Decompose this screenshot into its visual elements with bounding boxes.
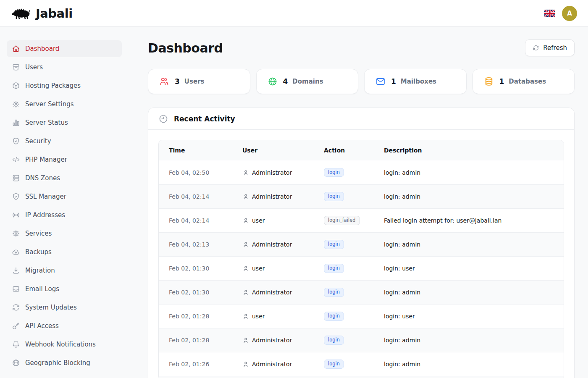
cell-action: login [314,336,374,345]
stat-label: Mailboxes [401,78,436,85]
sidebar-item-label: IP Addresses [25,211,65,219]
globe-icon [268,76,278,87]
cell-description: login: admin [374,241,564,248]
stat-card-mailboxes[interactable]: 1 Mailboxes [364,69,467,94]
sidebar-item-dashboard[interactable]: Dashboard [7,40,122,57]
sidebar-item-backups[interactable]: Backups [7,244,122,260]
stat-card-databases[interactable]: 1 Databases [472,69,575,94]
sidebar-item-ssl-manager[interactable]: SSL Manager [7,188,122,205]
refresh-button-label: Refresh [543,44,567,52]
inbox-icon [12,285,20,293]
page-title: Dashboard [148,41,223,55]
column-header-time: Time [159,147,232,154]
sidebar-item-label: Server Settings [25,100,74,108]
cell-description: Failed login attempt for: user@jabali.la… [374,217,564,224]
key-icon [12,322,20,330]
person-icon [242,217,249,224]
cell-time: Feb 02, 01:28 [159,313,232,320]
sidebar-item-php-manager[interactable]: PHP Manager [7,151,122,168]
brand-name: Jabali [36,6,73,21]
sidebar-item-security[interactable]: Security [7,133,122,150]
cell-action: login [314,360,374,369]
broadcast-icon [12,211,20,219]
shield-check-icon [12,192,20,201]
cell-action: login [314,288,374,297]
cell-description: login: user [374,265,564,272]
table-row: Feb 04, 02:14 Administrator login login:… [159,184,564,208]
brand[interactable]: Jabali [11,6,73,21]
table-row: Feb 04, 02:50 Administrator login login:… [159,160,564,184]
action-badge: login [324,192,344,201]
sidebar-item-hosting-packages[interactable]: Hosting Packages [7,77,122,94]
cell-user: Administrator [232,193,314,200]
user-avatar[interactable]: A [562,6,577,21]
sidebar-item-api-access[interactable]: API Access [7,318,122,334]
table-row: Feb 04, 02:14 user login_failed Failed l… [159,208,564,232]
gear-icon [12,229,20,238]
cell-user: user [232,265,314,272]
refresh-button[interactable]: Refresh [525,39,575,56]
sidebar-item-dns-zones[interactable]: DNS Zones [7,170,122,186]
archive-icon [12,63,20,71]
stat-value: 3 [175,77,180,86]
sidebar-item-label: System Updates [25,304,77,311]
action-badge: login [324,360,344,369]
sidebar-item-server-settings[interactable]: Server Settings [7,96,122,113]
sidebar-item-email-logs[interactable]: Email Logs [7,281,122,297]
sidebar-item-label: Services [25,230,52,237]
person-icon [242,193,249,200]
cell-description: login: admin [374,361,564,368]
activity-table: Time User Action Description Feb 04, 02:… [158,140,564,378]
stat-label: Users [184,78,205,85]
cell-time: Feb 04, 02:13 [159,241,232,248]
cloud-upload-icon [12,248,20,256]
recent-activity-title: Recent Activity [174,115,235,123]
table-row: Feb 02, 01:28 Administrator login login:… [159,328,564,352]
main-content: Dashboard Refresh 3 Users 4 Domains 1 Ma… [134,27,588,378]
sidebar-item-migration[interactable]: Migration [7,262,122,279]
shield-check-icon [12,137,20,145]
cell-user: user [232,313,314,320]
sidebar-item-label: Webhook Notifications [25,341,96,348]
table-row: Feb 02, 01:26 Administrator login login:… [159,352,564,376]
sidebar-item-label: Dashboard [25,45,59,52]
clock-icon [158,114,168,124]
language-flag-icon[interactable] [544,9,555,17]
sidebar-item-webhook-notifications[interactable]: Webhook Notifications [7,336,122,353]
cell-action: login [314,192,374,201]
person-icon [242,361,249,368]
sidebar-item-label: Geographic Blocking [25,359,90,367]
cell-user: user [232,217,314,224]
sidebar-item-services[interactable]: Services [7,225,122,242]
cell-time: Feb 02, 01:28 [159,337,232,344]
person-icon [242,241,249,248]
stat-value: 4 [283,77,288,86]
sidebar-item-geographic-blocking[interactable]: Geographic Blocking [7,354,122,371]
table-row: Feb 02, 01:30 user login login: user [159,256,564,280]
cell-time: Feb 04, 02:14 [159,193,232,200]
action-badge: login [324,288,344,297]
gear-icon [12,100,20,108]
column-header-action: Action [314,147,374,154]
stat-card-domains[interactable]: 4 Domains [256,69,359,94]
cell-description: login: admin [374,169,564,176]
person-icon [242,313,249,320]
cell-action: login [314,240,374,249]
person-icon [242,337,249,344]
sidebar-item-ip-addresses[interactable]: IP Addresses [7,207,122,223]
action-badge: login [324,336,344,345]
download-icon [12,266,20,275]
sidebar-item-system-updates[interactable]: System Updates [7,299,122,316]
stat-card-users[interactable]: 3 Users [148,69,250,94]
sidebar-item-server-status[interactable]: Server Status [7,114,122,131]
stat-value: 1 [391,77,396,86]
action-badge: login_failed [324,216,360,225]
sidebar-item-label: Users [25,63,43,71]
table-row: Feb 04, 02:13 Administrator login login:… [159,232,564,256]
package-icon [12,81,20,90]
users-icon [159,76,169,87]
sidebar-item-label: Migration [25,267,55,274]
sidebar-item-users[interactable]: Users [7,59,122,76]
person-icon [242,169,249,176]
cell-user: Administrator [232,337,314,344]
